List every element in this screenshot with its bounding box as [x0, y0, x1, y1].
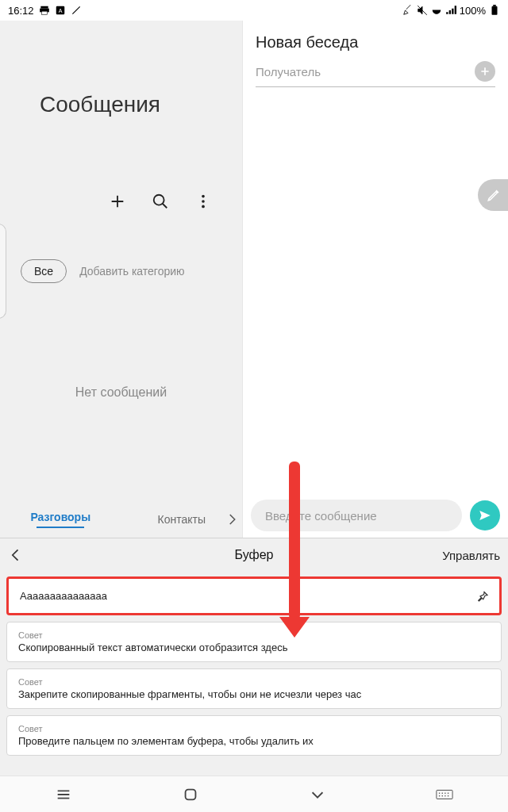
chevron-right-icon[interactable] [225, 512, 239, 527]
svg-point-15 [444, 792, 445, 793]
clipboard-item[interactable]: Совет Проведите пальцем по элементам буф… [6, 715, 502, 756]
clipboard-title: Буфер [235, 548, 274, 562]
svg-point-7 [154, 195, 164, 205]
drawer-handle[interactable] [0, 224, 6, 319]
clipboard-item[interactable]: Ааааааааааааааа [6, 576, 502, 615]
status-time: 16:12 [8, 5, 34, 17]
app-icon: A [55, 5, 66, 16]
recipient-field[interactable]: Получатель [256, 65, 475, 79]
battery-icon [489, 5, 500, 16]
svg-rect-2 [41, 11, 47, 14]
more-icon[interactable] [194, 193, 212, 210]
compose-icon[interactable] [109, 193, 126, 210]
svg-point-8 [202, 195, 205, 198]
signal-icon [445, 5, 456, 16]
compose-pane: Новая беседа Получатель Введите сообщени… [242, 21, 508, 538]
printer-icon [39, 5, 50, 16]
clip-text: Проведите пальцем по элементам буфера, ч… [18, 735, 314, 747]
svg-text:A: A [58, 8, 62, 13]
pen-icon [402, 5, 414, 16]
app-title: Сообщения [40, 92, 242, 117]
mute-icon [417, 5, 428, 16]
empty-state: Нет сообщений [0, 283, 242, 501]
wifi-icon [431, 5, 442, 16]
tab-conversations[interactable]: Разговоры [0, 511, 121, 528]
back-icon[interactable] [8, 547, 24, 563]
manage-button[interactable]: Управлять [442, 549, 500, 562]
tip-label: Совет [18, 677, 490, 687]
tip-label: Совет [18, 724, 490, 733]
keyboard-button[interactable] [436, 789, 453, 800]
category-all-chip[interactable]: Все [21, 259, 67, 283]
recents-button[interactable] [55, 786, 72, 803]
nav-bar [0, 776, 508, 812]
clip-text: Закрепите скопированные фрагменты, чтобы… [18, 688, 361, 700]
clipboard-panel: Буфер Управлять Ааааааааааааааа Совет Ск… [0, 538, 508, 776]
message-input[interactable]: Введите сообщение [251, 500, 462, 531]
svg-point-17 [439, 795, 440, 796]
svg-point-13 [439, 792, 440, 793]
tools-icon [71, 5, 82, 16]
pin-icon[interactable] [475, 589, 490, 603]
svg-rect-11 [186, 789, 196, 799]
svg-point-16 [448, 792, 448, 793]
svg-point-18 [442, 795, 443, 796]
send-icon [478, 508, 492, 523]
svg-rect-0 [40, 6, 48, 9]
clipboard-item[interactable]: Совет Скопированный текст автоматически … [6, 622, 502, 662]
svg-rect-6 [493, 5, 496, 6]
svg-rect-12 [437, 790, 452, 799]
search-icon[interactable] [152, 193, 169, 210]
new-conversation-title: Новая беседа [243, 21, 508, 56]
home-button[interactable] [182, 786, 199, 803]
send-button[interactable] [470, 500, 500, 530]
clip-text: Ааааааааааааааа [20, 590, 107, 602]
tip-label: Совет [18, 630, 490, 640]
clip-text: Скопированный текст автоматически отобра… [18, 642, 287, 653]
svg-rect-5 [492, 6, 498, 15]
back-button[interactable] [309, 786, 326, 803]
svg-point-14 [442, 792, 443, 793]
conversations-pane: Сообщения Все Добавить категорию Нет соо… [0, 21, 242, 538]
svg-point-10 [202, 205, 205, 209]
add-recipient-button[interactable] [475, 61, 495, 82]
status-bar: 16:12 A 100% [0, 0, 508, 21]
battery-pct: 100% [460, 5, 486, 17]
clipboard-item[interactable]: Совет Закрепите скопированные фрагменты,… [6, 668, 502, 709]
compose-fab[interactable] [478, 179, 508, 211]
add-category-button[interactable]: Добавить категорию [79, 265, 184, 278]
annotation-arrow [289, 462, 300, 620]
svg-point-19 [444, 795, 445, 796]
svg-point-9 [202, 200, 205, 203]
svg-point-20 [448, 795, 448, 796]
pencil-icon [487, 188, 501, 202]
